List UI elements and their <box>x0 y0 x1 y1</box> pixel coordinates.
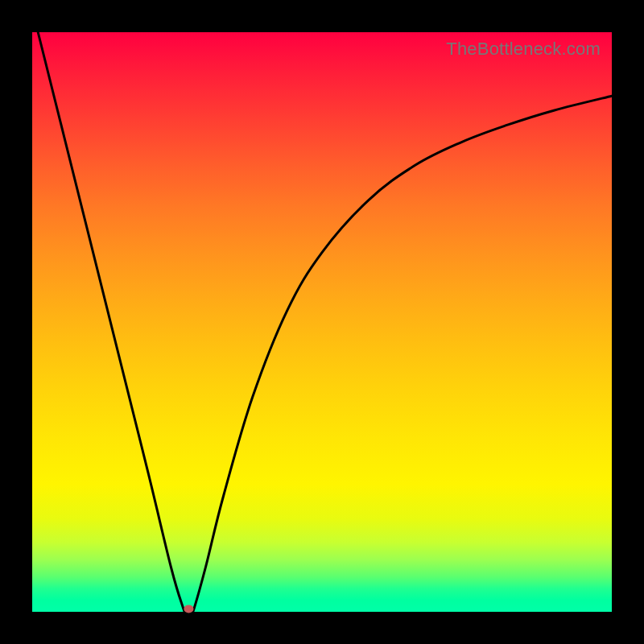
plot-area: TheBottleneck.com <box>32 32 612 612</box>
chart-frame: TheBottleneck.com <box>0 0 644 644</box>
bottleneck-curve <box>38 32 612 613</box>
minimum-marker <box>184 605 193 613</box>
curve-svg <box>32 32 612 612</box>
